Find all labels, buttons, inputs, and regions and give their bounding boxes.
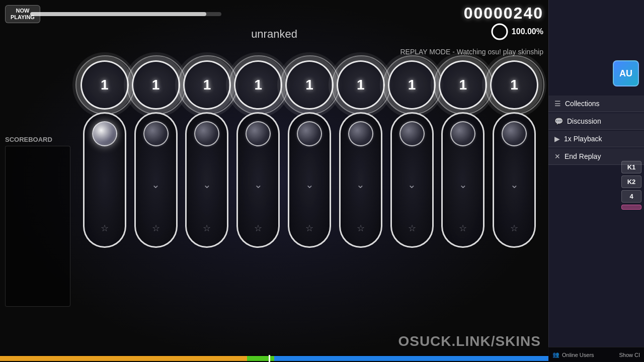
- bottom-progress-bar[interactable]: [0, 355, 548, 362]
- slider-body-8: ⌄ ☆: [441, 112, 485, 248]
- slider-star-7: ☆: [408, 223, 416, 234]
- hit-circle-outer-4: [229, 55, 288, 115]
- hit-circle-5: 1: [285, 60, 334, 110]
- progress-bar-fill: [30, 12, 206, 16]
- accuracy-circle: [491, 23, 509, 41]
- end-replay-icon: ✕: [554, 152, 560, 160]
- discussion-label: Discussion: [567, 117, 601, 125]
- slider-body-7: ⌄ ☆: [390, 112, 434, 248]
- slider-ball-1: [92, 121, 117, 146]
- slider-ball-2: [143, 121, 169, 146]
- discussion-button[interactable]: 💬 Discussion: [548, 113, 644, 130]
- hit-circle-8: 1: [439, 60, 487, 110]
- slider-ball-4: [246, 121, 271, 146]
- svg-point-1: [492, 24, 507, 39]
- sidebar-bottom-bar: 👥 Online Users Show CI: [548, 347, 644, 362]
- slider-7: ⌄ ☆: [388, 112, 436, 258]
- slider-body-1: ☆: [83, 112, 126, 248]
- hit-circle-7: 1: [388, 60, 436, 110]
- slider-star-5: ☆: [305, 223, 313, 234]
- slider-ball-5: [297, 121, 322, 146]
- slider-arrow-5: ⌄: [305, 178, 314, 191]
- slider-body-3: ⌄ ☆: [185, 112, 228, 248]
- four-badge: 4: [621, 190, 641, 203]
- score-display: 00000240: [464, 4, 543, 23]
- scoreboard-label: SCOREBOARD: [5, 136, 70, 143]
- hit-circle-outer-2: [127, 55, 186, 115]
- slider-ball-8: [450, 121, 475, 146]
- show-ci-button[interactable]: Show CI: [619, 352, 640, 358]
- slider-star-2: ☆: [152, 223, 160, 234]
- playback-icon: ▶: [554, 135, 560, 143]
- slider-ball-7: [399, 121, 425, 146]
- slider-ball-6: [348, 121, 373, 146]
- hit-circle-6: 1: [337, 60, 385, 110]
- slider-arrow-7: ⌄: [408, 178, 416, 191]
- slider-8: ⌄ ☆: [439, 112, 487, 258]
- collections-button[interactable]: ☰ Collections: [548, 96, 644, 112]
- sidebar-panel: AU ☰ Collections 💬 Discussion ▶ 1x Playb…: [548, 0, 644, 362]
- slider-9: ⌄ ☆: [490, 112, 538, 258]
- playback-button[interactable]: ▶ 1x Playback: [548, 131, 644, 147]
- scoreboard-panel: SCOREBOARD: [5, 136, 70, 307]
- k2-badge: K2: [621, 175, 641, 188]
- progress-marker: [269, 355, 270, 362]
- hit-circle-1: 1: [80, 60, 129, 110]
- slider-2: ⌄ ☆: [132, 112, 180, 258]
- slider-3: ⌄ ☆: [183, 112, 231, 258]
- hit-objects-area: 1 1 1 1 1 1 1: [80, 60, 538, 307]
- hit-circle-outer-3: [178, 55, 237, 115]
- slider-1: ☆: [80, 112, 129, 258]
- collections-icon: ☰: [554, 100, 561, 108]
- hit-circle-outer-1: [75, 55, 135, 115]
- hit-circle-2: 1: [132, 60, 180, 110]
- game-area: NOW PLAYING 00000240 100.00% unranked RE…: [0, 0, 548, 362]
- hit-circle-9: 1: [490, 60, 538, 110]
- progress-blue: [274, 356, 548, 361]
- hit-circle-3: 1: [183, 60, 231, 110]
- slider-arrow-6: ⌄: [356, 178, 365, 191]
- hit-circle-outer-7: [383, 55, 442, 115]
- slider-ball-3: [194, 121, 219, 146]
- pink-key-badge: [621, 205, 641, 210]
- sliders-row: ☆ ⌄ ☆ ⌄ ☆ ⌄: [80, 112, 538, 258]
- slider-star-4: ☆: [254, 223, 262, 234]
- slider-body-6: ⌄ ☆: [339, 112, 382, 248]
- slider-body-4: ⌄ ☆: [236, 112, 280, 248]
- slider-body-2: ⌄ ☆: [134, 112, 178, 248]
- unranked-label: unranked: [251, 28, 297, 41]
- accuracy-container: 100.00%: [491, 23, 543, 41]
- hit-circle-outer-8: [434, 55, 493, 115]
- accuracy-text: 100.00%: [512, 27, 543, 36]
- slider-body-9: ⌄ ☆: [493, 112, 536, 248]
- hit-circle-outer-9: [485, 55, 544, 115]
- hit-circle-4: 1: [234, 60, 282, 110]
- bottom-progress-track: [0, 355, 548, 362]
- slider-star-9: ☆: [510, 223, 518, 234]
- slider-5: ⌄ ☆: [285, 112, 334, 258]
- online-users-icon: 👥: [552, 351, 559, 358]
- discussion-icon: 💬: [554, 117, 563, 125]
- slider-star-6: ☆: [357, 223, 365, 234]
- slider-star-3: ☆: [203, 223, 211, 234]
- playback-label: 1x Playback: [564, 135, 602, 143]
- slider-star-1: ☆: [101, 223, 109, 234]
- sidebar-menu: ☰ Collections 💬 Discussion ▶ 1x Playback…: [548, 96, 644, 166]
- slider-arrow-3: ⌄: [203, 178, 211, 191]
- end-replay-label: End Replay: [565, 152, 601, 160]
- online-users-label: Online Users: [562, 352, 594, 358]
- song-progress-bar[interactable]: [30, 12, 221, 16]
- slider-6: ⌄ ☆: [337, 112, 385, 258]
- slider-ball-9: [502, 121, 527, 146]
- hit-circle-outer-6: [332, 55, 391, 115]
- k1-badge: K1: [621, 161, 641, 173]
- scoreboard-box: [5, 146, 70, 307]
- collections-label: Collections: [565, 100, 599, 108]
- slider-arrow-4: ⌄: [254, 178, 263, 191]
- replay-mode-text: REPLAY MODE - Watching osu! play skinshi…: [400, 48, 543, 56]
- online-users[interactable]: 👥 Online Users: [552, 351, 594, 358]
- slider-arrow-9: ⌄: [510, 178, 519, 191]
- osuck-link: OSUCK.LINK/SKINS: [398, 333, 541, 349]
- progress-orange: [0, 356, 247, 361]
- avatar-container: AU: [613, 60, 639, 86]
